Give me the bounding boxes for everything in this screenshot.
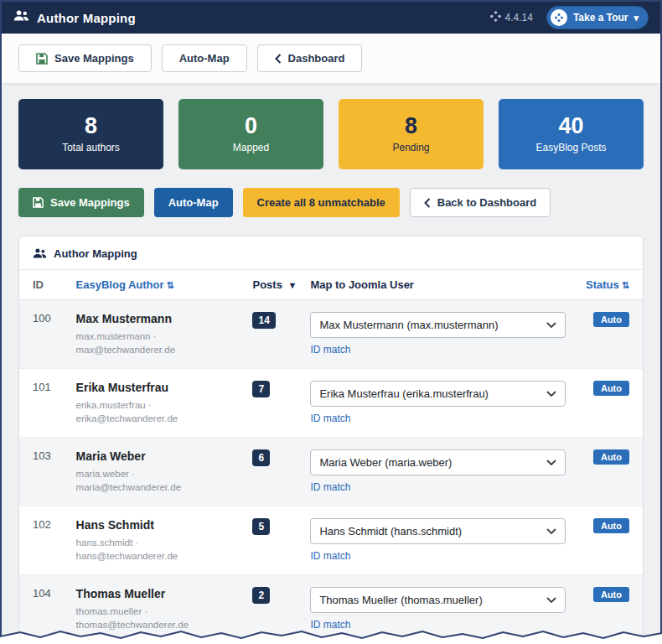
torn-edge — [0, 629, 662, 644]
users-icon — [33, 248, 47, 259]
save-mappings-toolbar-button[interactable]: Save Mappings — [18, 44, 152, 72]
author-meta: erika.musterfrau · erika@techwanderer.de — [76, 398, 240, 425]
author-name: Erika Musterfrau — [76, 381, 240, 395]
table-row: 103 Maria Weber maria.weber · maria@tech… — [19, 437, 643, 506]
sort-icon: ⇅ — [167, 280, 174, 290]
tour-button-label: Take a Tour — [573, 12, 628, 23]
auto-map-button[interactable]: Auto-Map — [154, 188, 233, 217]
author-id: 102 — [19, 506, 70, 574]
stat-value: 8 — [85, 115, 97, 138]
stat-card-pending: 8 Pending — [339, 99, 484, 169]
auto-map-label: Auto-Map — [179, 52, 230, 65]
status-auto-badge: Auto — [593, 381, 629, 396]
status-auto-badge: Auto — [593, 518, 629, 533]
chevron-down-icon — [546, 322, 556, 328]
joomla-user-select[interactable]: Hans Schmidt (hans.schmidt) — [310, 518, 566, 544]
joomla-user-select[interactable]: Erika Musterfrau (erika.musterfrau) — [310, 381, 566, 407]
users-icon — [13, 10, 29, 25]
stat-label: Total authors — [62, 142, 120, 153]
stat-label: Mapped — [233, 142, 269, 153]
column-header-posts[interactable]: Posts ▼ — [246, 270, 303, 300]
table-row: 101 Erika Musterfrau erika.musterfrau · … — [19, 368, 643, 437]
stat-label: Pending — [392, 142, 429, 153]
dashboard-toolbar-button[interactable]: Dashboard — [257, 44, 363, 72]
stat-card-total-authors: 8 Total authors — [18, 99, 163, 169]
create-unmatchable-label: Create all 8 unmatchable — [257, 196, 385, 209]
author-id: 103 — [19, 437, 70, 506]
main-content: 8 Total authors 0 Mapped 8 Pending 40 Ea… — [2, 84, 660, 644]
id-match-link[interactable]: ID match — [310, 344, 350, 356]
author-meta: maria.weber · maria@techwanderer.de — [76, 467, 240, 494]
back-to-dashboard-label: Back to Dashboard — [437, 196, 536, 209]
author-name: Hans Schmidt — [76, 518, 240, 532]
sort-desc-icon: ▼ — [288, 280, 297, 290]
author-id: 100 — [19, 300, 70, 369]
status-auto-badge: Auto — [593, 587, 629, 602]
column-header-id: ID — [19, 270, 70, 300]
selected-joomla-user: Max Mustermann (max.mustermann) — [319, 319, 498, 331]
stat-label: EasyBlog Posts — [535, 142, 606, 153]
column-header-easyblog-author[interactable]: EasyBlog Author⇅ — [70, 270, 246, 300]
posts-count-badge: 14 — [252, 312, 275, 329]
chevron-left-icon — [424, 198, 431, 208]
table-row: 100 Max Mustermann max.mustermann · max@… — [19, 300, 643, 369]
table-header-row: ID EasyBlog Author⇅ Posts ▼ Map to Jooml… — [19, 270, 643, 300]
status-auto-badge: Auto — [593, 312, 629, 327]
header-right: 4.4.14 Take a Tour ▾ — [490, 6, 649, 29]
author-name: Thomas Mueller — [76, 587, 240, 601]
author-meta: thomas.mueller · thomas@techwanderer.de — [76, 605, 240, 631]
top-toolbar: Save Mappings Auto-Map Dashboard — [2, 34, 660, 84]
page-title: Author Mapping — [37, 11, 136, 25]
chevron-down-icon: ▾ — [634, 13, 639, 23]
app-content: Author Mapping 4.4.14 Take a Tour ▾ — [0, 0, 662, 644]
stats-row: 8 Total authors 0 Mapped 8 Pending 40 Ea… — [18, 99, 644, 169]
actions-row: Save Mappings Auto-Map Create all 8 unma… — [18, 188, 644, 217]
selected-joomla-user: Maria Weber (maria.weber) — [319, 456, 452, 469]
status-auto-badge: Auto — [593, 449, 629, 465]
chevron-down-icon — [546, 528, 556, 534]
app-window: Author Mapping 4.4.14 Take a Tour ▾ — [0, 0, 662, 644]
stat-card-mapped: 0 Mapped — [178, 99, 323, 169]
stat-value: 0 — [245, 115, 257, 138]
back-to-dashboard-button[interactable]: Back to Dashboard — [410, 188, 551, 217]
save-mappings-button[interactable]: Save Mappings — [18, 188, 144, 217]
selected-joomla-user: Thomas Mueller (thomas.mueller) — [319, 594, 482, 606]
save-icon — [36, 53, 48, 65]
column-header-status[interactable]: Status⇅ — [572, 270, 643, 300]
stat-value: 40 — [558, 115, 583, 138]
posts-count-badge: 6 — [252, 449, 270, 466]
take-a-tour-button[interactable]: Take a Tour ▾ — [546, 6, 649, 29]
selected-joomla-user: Erika Musterfrau (erika.musterfrau) — [319, 387, 489, 400]
joomla-user-select[interactable]: Thomas Mueller (thomas.mueller) — [310, 587, 566, 613]
author-mapping-table: ID EasyBlog Author⇅ Posts ▼ Map to Jooml… — [19, 269, 643, 644]
joomla-user-select[interactable]: Max Mustermann (max.mustermann) — [310, 312, 566, 338]
posts-count-badge: 2 — [252, 587, 270, 604]
chevron-down-icon — [546, 391, 556, 397]
id-match-link[interactable]: ID match — [310, 413, 350, 424]
joomla-user-select[interactable]: Maria Weber (maria.weber) — [310, 449, 566, 475]
stat-card-easyblog-posts: 40 EasyBlog Posts — [499, 99, 644, 169]
posts-count-badge: 7 — [252, 381, 270, 397]
posts-count-badge: 5 — [252, 518, 270, 535]
joomla-icon — [490, 11, 501, 24]
sort-icon: ⇅ — [622, 280, 629, 290]
stat-value: 8 — [405, 115, 417, 138]
id-match-link[interactable]: ID match — [310, 550, 350, 562]
selected-joomla-user: Hans Schmidt (hans.schmidt) — [319, 525, 462, 538]
save-mappings-label: Save Mappings — [50, 196, 130, 209]
id-match-link[interactable]: ID match — [310, 481, 350, 493]
card-title: Author Mapping — [54, 247, 137, 260]
create-unmatchable-button[interactable]: Create all 8 unmatchable — [243, 188, 400, 217]
dashboard-label: Dashboard — [288, 52, 345, 65]
column-header-map-to-joomla-user: Map to Joomla User — [303, 270, 572, 300]
save-mappings-label: Save Mappings — [54, 52, 134, 65]
top-header-bar: Author Mapping 4.4.14 Take a Tour ▾ — [2, 2, 660, 34]
header-left: Author Mapping — [13, 10, 136, 25]
auto-map-label: Auto-Map — [168, 196, 219, 209]
author-meta: hans.schmidt · hans@techwanderer.de — [76, 536, 240, 563]
auto-map-toolbar-button[interactable]: Auto-Map — [162, 44, 247, 72]
author-meta: max.mustermann · max@techwanderer.de — [76, 330, 240, 356]
author-name: Max Mustermann — [76, 312, 240, 326]
author-mapping-card: Author Mapping ID EasyBlog Author⇅ — [18, 236, 644, 644]
save-icon — [33, 197, 44, 208]
